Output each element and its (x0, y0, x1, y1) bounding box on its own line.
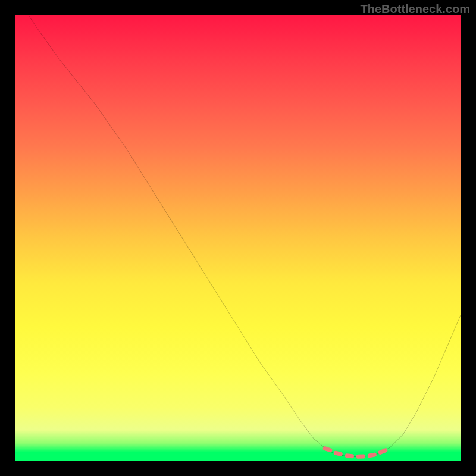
watermark-text: TheBottleneck.com (361, 2, 470, 16)
highlight-segment (322, 446, 332, 453)
highlight-segment (356, 454, 365, 459)
highlight-segment (345, 453, 355, 458)
highlight-segment (333, 450, 343, 457)
plot-area (15, 15, 461, 461)
highlight-segment (378, 447, 389, 455)
highlight-segments (15, 15, 461, 461)
highlight-segment (367, 452, 377, 458)
